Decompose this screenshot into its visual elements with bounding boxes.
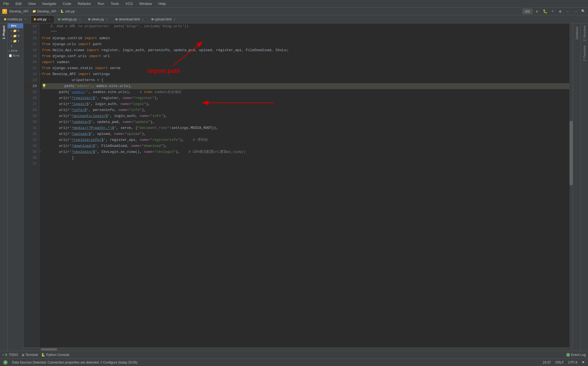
line-37: 37 (23, 161, 39, 167)
code-line-29: url(r'^accounts/login/$', login_auth, na… (42, 113, 569, 119)
line-36: 36 (23, 155, 39, 161)
run-config-selector[interactable]: urls (522, 9, 532, 14)
code-editor[interactable]: 14 15 16 17 18 19 20 21 22 23 24 25 26 2… (23, 23, 573, 348)
code-line-20: import xadmin (42, 59, 569, 65)
forward-button[interactable]: → (573, 9, 578, 14)
menu-view[interactable]: View (27, 1, 37, 6)
notification-text: Data Sources Detected: Connection proper… (12, 361, 137, 364)
tab-label: models.py (7, 17, 22, 21)
line-ending[interactable]: CRLF (555, 361, 564, 364)
breadcrumb-file[interactable]: urls.py (65, 10, 75, 13)
code-line-14: 2. Add a URL to urlpatterns: path('blog/… (42, 23, 569, 29)
line-18: 18 (23, 47, 39, 53)
debug-button[interactable]: 🐛 (542, 9, 548, 14)
tab-label: upload.html (155, 17, 171, 21)
todo-icon: ≡ (2, 353, 4, 357)
tab-upload-html[interactable]: upload.html × (148, 15, 179, 23)
tab-close[interactable]: × (141, 17, 145, 21)
line-17: 17 (23, 41, 39, 47)
coverage-button[interactable]: ☂ (550, 9, 555, 14)
profile-button[interactable]: ◉ (558, 9, 563, 14)
menu-run[interactable]: Run (97, 1, 105, 6)
tree-item-develop-api[interactable]: ▼ Dev (8, 23, 23, 28)
tab-close[interactable]: × (78, 17, 82, 21)
line-30: 30 (23, 119, 39, 125)
breadcrumb-file-icon: 🐍 (60, 10, 64, 13)
menu-vcs[interactable]: VCS (124, 1, 134, 6)
code-content[interactable]: 2. Add a URL to urlpatterns: path('blog/… (40, 23, 569, 348)
tab-download-html[interactable]: download.html × (112, 15, 148, 23)
tab-settings-py[interactable]: settings.py × (55, 15, 85, 23)
tab-close[interactable]: × (173, 17, 176, 21)
python-console-label: Python Console (46, 353, 69, 357)
tab-dot (115, 18, 118, 20)
tab-close[interactable]: × (105, 17, 109, 21)
tab-close[interactable]: × (23, 17, 27, 21)
tab-models-py[interactable]: models.py × (1, 15, 30, 23)
code-line-35: url(r'^cbvlogin/$', CbvLogin.as_view(), … (42, 149, 569, 155)
code-line-24: 💡 path('admin/', admin.site.urls), (42, 83, 569, 89)
project-tree: ▼ Dev ▶ 📁C ▶ 📁h ▶ 📁r t ▶ Ex (8, 23, 23, 351)
tree-external[interactable]: ▶ Exte (8, 49, 23, 53)
tab-urls-py[interactable]: urls.py × (31, 15, 54, 23)
code-line-18: from Hello_Api.views import register, lo… (42, 47, 569, 53)
line-31: 31 (23, 125, 39, 131)
todo-button[interactable]: ≡ 6: TODO (2, 353, 18, 357)
code-line-25: path('xadmin/', xadmin.site.urls), # tod… (42, 89, 569, 95)
python-console-button[interactable]: 🐍 Python Console (41, 353, 69, 357)
back-button[interactable]: ← (565, 9, 571, 14)
code-editor-area: 14 15 16 17 18 19 20 21 22 23 24 25 26 2… (23, 23, 573, 351)
favorites-tab[interactable]: 2: Favorites (582, 43, 587, 63)
tab-close[interactable]: × (48, 17, 51, 21)
tab-dot (58, 18, 60, 20)
menu-edit[interactable]: Edit (14, 1, 23, 6)
search-button[interactable]: 🔍 (580, 9, 586, 14)
code-line-36: ▼ ] (42, 155, 569, 161)
tab-views-py[interactable]: views.py × (85, 15, 112, 23)
database-tab[interactable]: Database (575, 24, 578, 42)
code-line-37 (42, 161, 569, 167)
tree-item-2[interactable]: ▶ 📁h (8, 33, 23, 39)
menu-bar: File Edit View Navigate Code Refactor Ru… (0, 0, 588, 8)
breadcrumb-project[interactable]: Develop_API (9, 10, 28, 13)
structure-tab[interactable]: Z: Structure (582, 23, 587, 43)
run-button[interactable]: ▶ (535, 9, 540, 14)
scrollbar-thumb[interactable] (569, 121, 573, 185)
tree-scratches[interactable]: 🗒️Scra (8, 53, 23, 58)
encoding[interactable]: UTF-8 (568, 361, 577, 364)
tab-dot (88, 18, 90, 20)
status-bar: ✓ Data Sources Detected: Connection prop… (0, 358, 588, 366)
event-log-button[interactable]: ! Event Log (566, 353, 586, 357)
tab-dot (151, 18, 154, 20)
line-25: 25 (23, 89, 39, 95)
vertical-scrollbar[interactable] (569, 23, 573, 348)
menu-navigate[interactable]: Navigate (41, 1, 57, 6)
breadcrumb-folder-icon: 📁 (32, 10, 36, 13)
breadcrumb-module[interactable]: Develop_API (37, 10, 56, 13)
code-line-15: """ (42, 29, 569, 35)
breadcrumb-bar: P Develop_API › 📁 Develop_API › 🐍 urls.p… (0, 8, 588, 15)
tree-item-3[interactable]: ▶ 📁r (8, 39, 23, 44)
menu-refactor[interactable]: Refactor (77, 1, 92, 6)
code-line-26: url(r'^register/$', register, name="regi… (42, 95, 569, 101)
code-line-34: url(r'^download/$', FileDoadload, name="… (42, 143, 569, 149)
menu-file[interactable]: File (2, 1, 10, 6)
cursor-position: 24:37 (543, 361, 551, 364)
line-27: 27 (23, 101, 39, 107)
menu-code[interactable]: Code (62, 1, 72, 6)
project-tab[interactable]: 1: Project (1, 23, 7, 41)
terminal-button[interactable]: ▣ Terminal (22, 353, 38, 357)
tree-item-4[interactable]: t (8, 44, 23, 49)
horizontal-scrollbar-area[interactable] (23, 348, 573, 351)
code-line-17: from django.urls import path (42, 41, 569, 47)
line-21: 21 (23, 65, 39, 71)
event-log-label: Event Log (571, 353, 586, 357)
line-22: 22 (23, 71, 39, 77)
tree-item-1[interactable]: ▶ 📁C (8, 28, 23, 33)
menu-tools[interactable]: Tools (110, 1, 120, 6)
line-24: 24 (23, 83, 39, 89)
horizontal-scrollbar-thumb[interactable] (41, 348, 57, 351)
menu-window[interactable]: Window (138, 1, 153, 6)
menu-help[interactable]: Help (157, 1, 167, 6)
line-34: 34 (23, 143, 39, 149)
